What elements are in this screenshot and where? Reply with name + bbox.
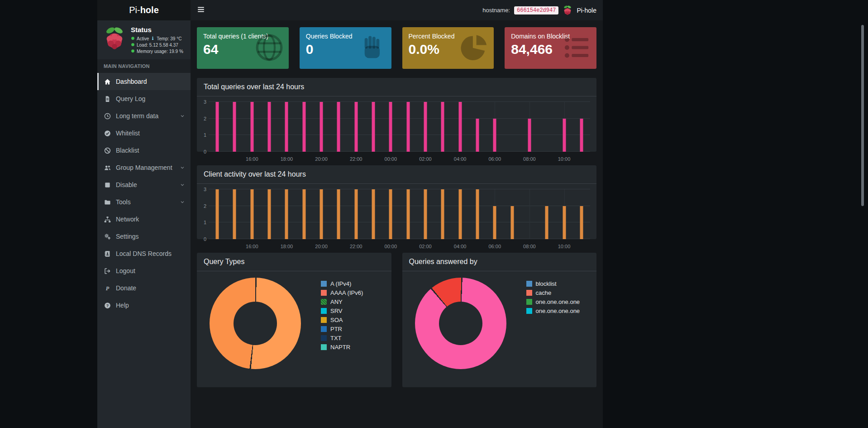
sidebar-item-dashboard[interactable]: Dashboard — [97, 73, 191, 90]
desktop-backdrop: Pi-hole hostname: 666154e2d947 Pi-hole S… — [0, 0, 868, 428]
sidebar-item-label: Network — [116, 216, 139, 223]
legend-swatch — [526, 308, 532, 314]
legend-label: A (IPv4) — [330, 280, 351, 287]
panel-title: Total queries over last 24 hours — [204, 83, 304, 91]
bar — [285, 189, 288, 239]
legend-item-any[interactable]: ANY — [321, 298, 363, 305]
sidebar-item-label: Settings — [116, 233, 139, 240]
summary-card-percent-blocked[interactable]: Percent Blocked0.0% — [402, 27, 494, 69]
legend-item-aaaa-ipv6[interactable]: AAAA (IPv6) — [321, 289, 363, 296]
legend-label: AAAA (IPv6) — [330, 289, 363, 296]
x-tick-label: 22:00 — [350, 244, 362, 249]
bar — [354, 189, 358, 239]
legend-item-soa[interactable]: SOA — [321, 317, 363, 323]
raspberry-logo-icon — [103, 26, 126, 55]
status-text: Status ActiveTemp: 39 °CLoad: 5.12 5.58 … — [131, 26, 183, 55]
bar — [389, 189, 392, 239]
bar — [302, 189, 305, 239]
sidebar-item-settings[interactable]: Settings — [97, 228, 191, 245]
sidebar-item-label: Group Management — [116, 164, 172, 171]
x-tick-label: 06:00 — [488, 244, 501, 249]
sidebar-item-help[interactable]: ?Help — [97, 297, 191, 314]
legend-item-a-ipv4[interactable]: A (IPv4) — [321, 280, 363, 287]
summary-card-total-queries-1-clients[interactable]: Total queries (1 clients)64 — [197, 27, 289, 69]
sidebar-item-label: Logout — [116, 267, 135, 274]
sidebar-item-blacklist[interactable]: Blacklist — [97, 142, 191, 159]
sidebar-item-disable[interactable]: Disable — [97, 176, 191, 193]
queries-answered-donut[interactable] — [415, 278, 506, 369]
sidebar-item-logout[interactable]: Logout — [97, 262, 191, 279]
total-queries-chart[interactable]: 012316:0018:0020:0022:0000:0002:0004:000… — [200, 102, 590, 152]
scrollbar[interactable] — [861, 25, 864, 206]
navbar-right: hostname: 666154e2d947 Pi-hole — [482, 5, 596, 16]
legend-label: one.one.one.one — [536, 308, 580, 314]
gridline — [209, 135, 590, 135]
query-types-donut[interactable] — [210, 278, 301, 369]
legend-label: ANY — [330, 298, 343, 305]
sidebar-item-query-log[interactable]: Query Log — [97, 90, 191, 107]
x-tick-label: 06:00 — [488, 156, 501, 162]
x-tick-label: 20:00 — [315, 156, 328, 162]
chevron-down-icon — [180, 199, 185, 205]
legend-item-cache[interactable]: cache — [526, 289, 580, 296]
x-tick-label: 00:00 — [385, 244, 397, 249]
sidebar-item-tools[interactable]: Tools — [97, 193, 191, 211]
navbar-brand-text[interactable]: Pi-hole — [577, 7, 596, 14]
question-icon: ? — [104, 302, 111, 309]
legend-item-naptr[interactable]: NAPTR — [321, 344, 363, 351]
queries-answered-legend: blocklistcacheone.one.one.oneone.one.one… — [526, 280, 580, 369]
legend-label: one.one.one.one — [536, 298, 580, 305]
list-icon — [563, 34, 591, 63]
navbar-main: hostname: 666154e2d947 Pi-hole — [191, 0, 603, 20]
summary-card-queries-blocked[interactable]: Queries Blocked0 — [300, 27, 391, 69]
legend-item-txt[interactable]: TXT — [321, 335, 363, 341]
brand-logo[interactable]: Pi-hole — [97, 0, 191, 20]
legend-swatch — [321, 326, 327, 332]
summary-card-domains-on-blocklist[interactable]: Domains on Blocklist84,466 — [505, 27, 596, 69]
status-dot-icon — [131, 48, 135, 55]
sidebar-item-label: Whitelist — [116, 130, 140, 137]
client-activity-chart[interactable]: 012316:0018:0020:0022:0000:0002:0004:000… — [200, 189, 590, 239]
gridline — [209, 206, 590, 206]
sidebar-item-label: Long term data — [116, 112, 158, 120]
sidebar-item-local-dns-records[interactable]: Local DNS Records — [97, 245, 191, 262]
bar — [441, 189, 444, 239]
gridline — [529, 189, 530, 239]
bar — [545, 206, 548, 239]
y-tick-label: 3 — [204, 187, 206, 192]
legend-item-one-one-one-one[interactable]: one.one.one.one — [526, 308, 580, 314]
hostname-badge: 666154e2d947 — [514, 6, 558, 14]
legend-item-blocklist[interactable]: blocklist — [526, 280, 580, 287]
legend-label: PTR — [330, 326, 342, 332]
sidebar-item-donate[interactable]: PDonate — [97, 279, 191, 297]
x-tick-label: 18:00 — [281, 244, 293, 249]
gridline — [209, 118, 590, 119]
legend-label: SOA — [330, 317, 343, 323]
bar — [563, 206, 566, 239]
queries-answered-body: blocklistcacheone.one.one.oneone.one.one… — [402, 271, 597, 387]
sidebar-item-network[interactable]: Network — [97, 211, 191, 228]
x-tick-label: 02:00 — [419, 156, 432, 162]
paypal-icon: P — [104, 285, 111, 292]
sidebar-menu: DashboardQuery LogLong term dataWhitelis… — [97, 73, 191, 314]
gears-icon — [104, 233, 111, 240]
status-dot-icon — [131, 36, 135, 42]
sidebar-item-group-management[interactable]: Group Management — [97, 159, 191, 176]
x-tick-label: 02:00 — [419, 244, 432, 249]
bar — [372, 102, 375, 152]
legend-item-ptr[interactable]: PTR — [321, 326, 363, 332]
sidebar-item-long-term-data[interactable]: Long term data — [97, 107, 191, 125]
legend-item-srv[interactable]: SRV — [321, 308, 363, 314]
legend-swatch — [321, 299, 327, 305]
x-tick-label: 08:00 — [523, 156, 536, 162]
sign-out-icon — [104, 268, 111, 274]
bar — [389, 102, 392, 152]
sidebar-toggle-button[interactable] — [197, 5, 205, 15]
legend-item-one-one-one-one[interactable]: one.one.one.one — [526, 298, 580, 305]
bar — [441, 102, 444, 152]
bar — [320, 102, 323, 152]
brand-bold: hole — [140, 5, 159, 15]
bar — [580, 206, 583, 239]
pihole-raspberry-icon[interactable] — [563, 5, 572, 16]
sidebar-item-whitelist[interactable]: Whitelist — [97, 125, 191, 142]
